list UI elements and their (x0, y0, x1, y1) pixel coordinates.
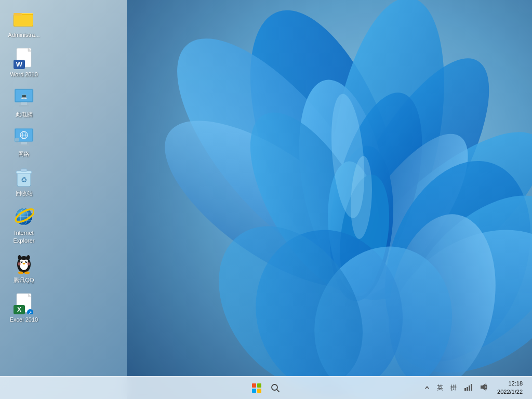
chevron-up-icon (424, 385, 430, 390)
search-button[interactable] (267, 380, 284, 396)
svg-point-71 (18, 262, 21, 265)
ie-icon-image (14, 206, 34, 227)
recycle-bin-icon[interactable]: ♻ 回收站 (5, 164, 43, 200)
svg-point-66 (23, 263, 25, 264)
qq-label: 腾讯QQ (14, 276, 34, 284)
taskbar: 英 拼 (0, 376, 532, 399)
svg-text:💻: 💻 (21, 93, 28, 100)
excel-icon-image: X ↗ (14, 293, 34, 314)
svg-text:W: W (16, 60, 23, 68)
svg-rect-41 (19, 144, 29, 146)
wallpaper (127, 0, 532, 399)
svg-point-72 (27, 262, 30, 265)
qq-icon-image (14, 254, 34, 274)
systray: 英 拼 (422, 382, 490, 394)
search-icon (271, 383, 280, 393)
volume-icon[interactable] (477, 382, 490, 394)
svg-point-65 (26, 261, 27, 262)
start-button[interactable] (248, 380, 265, 396)
clock-time: 12:18 (497, 380, 523, 388)
systray-chevron[interactable] (422, 383, 432, 393)
svg-rect-46 (16, 141, 18, 142)
svg-marker-89 (481, 384, 485, 390)
monitor-icon-image: 💻 (14, 88, 34, 109)
taskbar-center (248, 380, 284, 396)
folder-icon-image (14, 8, 34, 29)
svg-text:↗: ↗ (28, 310, 32, 314)
volume-tray-icon (480, 383, 488, 391)
svg-rect-27 (14, 13, 22, 16)
qq-icon[interactable]: 腾讯QQ (5, 250, 43, 287)
svg-text:♻: ♻ (21, 176, 28, 184)
network-label: 网络 (18, 150, 30, 157)
language-indicator[interactable]: 英 (435, 382, 445, 393)
svg-point-64 (21, 261, 22, 262)
taskbar-right: 英 拼 (422, 379, 532, 397)
svg-rect-45 (15, 138, 19, 141)
network-icon[interactable]: 网络 (5, 124, 43, 161)
word-2010-icon[interactable]: W Word 2010 (5, 45, 43, 81)
clock-date: 2022/1/22 (497, 388, 523, 396)
network-icon-image (14, 127, 34, 148)
this-pc-icon[interactable]: 💻 此电脑 (5, 85, 43, 121)
desktop: Administra... W Word 2010 (0, 0, 532, 399)
svg-text:X: X (17, 306, 21, 313)
svg-point-69 (18, 272, 23, 274)
ie-label: Internet Explorer (7, 229, 41, 244)
svg-rect-36 (19, 105, 29, 107)
svg-rect-40 (21, 142, 27, 144)
network-tray-icon (464, 383, 472, 391)
ime-indicator[interactable]: 拼 (448, 382, 459, 393)
svg-line-84 (277, 389, 280, 392)
windows-logo-icon (252, 383, 261, 393)
svg-rect-82 (257, 389, 261, 393)
word-2010-label: Word 2010 (10, 71, 38, 78)
ie-icon[interactable]: Internet Explorer (5, 203, 43, 247)
svg-rect-81 (252, 389, 256, 393)
word-icon-image: W (14, 48, 34, 69)
excel-2010-label: Excel 2010 (10, 316, 38, 323)
excel-2010-icon[interactable]: X ↗ Excel 2010 (5, 290, 43, 326)
taskbar-clock[interactable]: 12:18 2022/1/22 (494, 379, 526, 397)
svg-rect-80 (257, 383, 261, 388)
svg-rect-87 (469, 385, 470, 391)
svg-rect-35 (21, 102, 27, 105)
svg-rect-49 (21, 169, 27, 171)
svg-rect-79 (252, 383, 256, 388)
recycle-bin-label: 回收站 (16, 190, 33, 197)
network-status-icon[interactable] (462, 382, 474, 394)
svg-rect-26 (14, 15, 33, 26)
svg-rect-88 (471, 384, 472, 391)
svg-rect-85 (464, 388, 466, 391)
recycle-icon-image: ♻ (14, 167, 34, 188)
this-pc-label: 此电脑 (16, 111, 33, 118)
administrator-folder-icon[interactable]: Administra... (5, 5, 43, 42)
svg-rect-86 (467, 387, 468, 391)
administrator-folder-label: Administra... (8, 31, 39, 38)
desktop-icons-container: Administra... W Word 2010 (0, 0, 43, 330)
svg-point-70 (24, 272, 30, 274)
